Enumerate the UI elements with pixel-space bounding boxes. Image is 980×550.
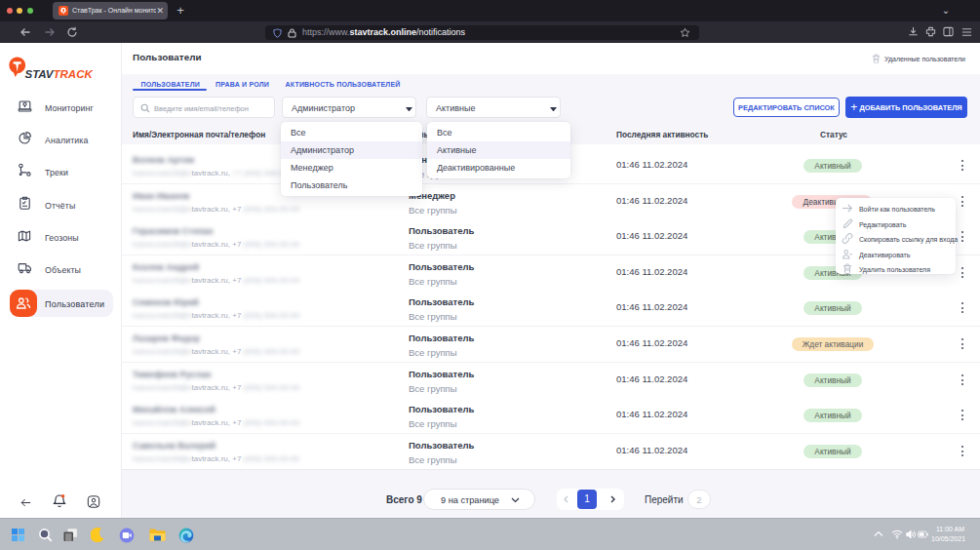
svg-text:STAV: STAV (25, 68, 55, 80)
svg-text:TRACK: TRACK (54, 68, 94, 80)
